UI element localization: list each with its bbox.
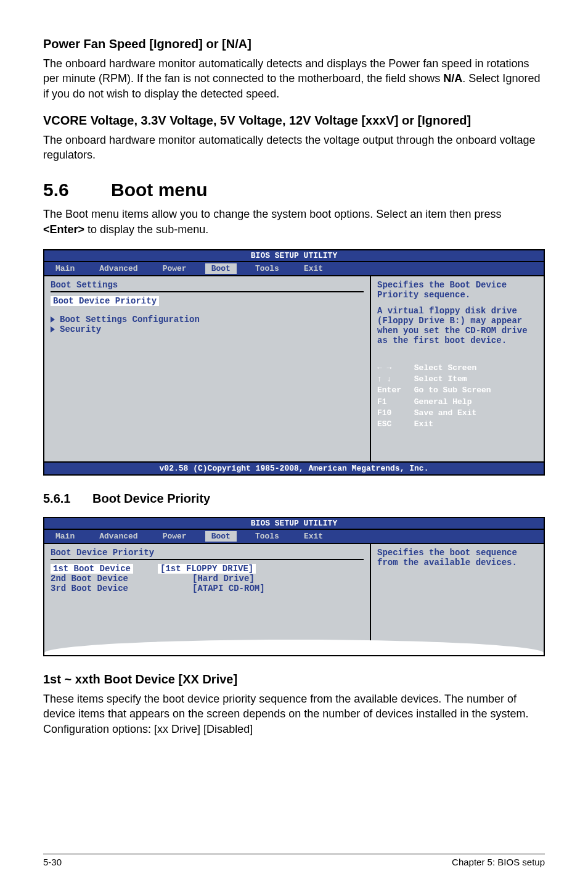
arrows-ud-icon <box>377 374 409 385</box>
menu-item-security[interactable]: Security <box>51 324 364 334</box>
row-label: 2nd Boot Device <box>51 574 168 584</box>
row-value: [ATAPI CD-ROM] <box>192 584 265 593</box>
row-label: 1st Boot Device <box>51 564 133 574</box>
bios-window-boot-settings: BIOS SETUP UTILITY Main Advanced Power B… <box>43 249 545 476</box>
key-desc: Select Screen <box>414 363 476 373</box>
bios-left-pane: Boot Device Priority 1st Boot Device [1s… <box>44 544 371 655</box>
tab-main[interactable]: Main <box>49 263 81 274</box>
subsection-title: Boot Device Priority <box>92 492 210 505</box>
tab-advanced[interactable]: Advanced <box>93 263 144 274</box>
tab-power[interactable]: Power <box>157 263 193 274</box>
heading-boot-device-order: 1st ~ xxth Boot Device [XX Drive] <box>43 672 545 687</box>
text: to display the sub-menu. <box>84 223 208 236</box>
boot-device-row-1[interactable]: 1st Boot Device [1st FLOPPY DRIVE] <box>51 564 364 574</box>
text: The Boot menu items allow you to change … <box>43 208 501 220</box>
tab-tools[interactable]: Tools <box>249 263 285 274</box>
chapter-intro: The Boot menu items allow you to change … <box>43 207 545 237</box>
chapter-heading: 5.6Boot menu <box>43 179 545 200</box>
tab-main[interactable]: Main <box>49 531 81 542</box>
tab-advanced[interactable]: Advanced <box>93 531 144 542</box>
row-label: 3rd Boot Device <box>51 584 168 593</box>
help-text: Specifies the boot sequence from the ava… <box>377 548 537 567</box>
boot-device-row-3[interactable]: 3rd Boot Device [ATAPI CD-ROM] <box>51 584 364 593</box>
bios-window-boot-device-priority: BIOS SETUP UTILITY Main Advanced Power B… <box>43 517 545 656</box>
para-power-fan: The onboard hardware monitor automatical… <box>43 56 545 101</box>
subsection-num: 5.6.1 <box>43 492 92 506</box>
key-legend: Select Screen Select Item Enter Go to Su… <box>377 363 537 430</box>
bios-title: BIOS SETUP UTILITY <box>44 518 544 530</box>
chevron-right-icon <box>51 316 55 323</box>
tab-power[interactable]: Power <box>157 531 193 542</box>
bold-enter: <Enter> <box>43 223 84 236</box>
key-label: F10 <box>377 408 409 419</box>
bios-help-pane: Specifies the Boot Device Priority seque… <box>371 276 544 461</box>
arrows-lr-icon <box>377 363 409 374</box>
menu-item-boot-settings-config[interactable]: Boot Settings Configuration <box>51 315 364 324</box>
chapter-title: Boot menu <box>111 179 208 200</box>
key-label: F1 <box>377 397 409 408</box>
chevron-right-icon <box>51 326 55 332</box>
chapter-num: 5.6 <box>43 179 111 200</box>
key-desc: Select Item <box>414 374 467 384</box>
key-desc: Go to Sub Screen <box>414 386 491 395</box>
bios-help-pane: Specifies the boot sequence from the ava… <box>371 544 544 655</box>
bios-menu-bar: Main Advanced Power Boot Tools Exit <box>44 262 544 276</box>
menu-label: Security <box>60 324 101 334</box>
para-boot-device-order: These items specify the boot device prio… <box>43 691 545 736</box>
tab-exit[interactable]: Exit <box>298 531 329 542</box>
bios-left-pane: Boot Settings Boot Device Priority Boot … <box>44 276 371 461</box>
row-value: [1st FLOPPY DRIVE] <box>158 564 256 574</box>
heading-vcore: VCORE Voltage, 3.3V Voltage, 5V Voltage,… <box>43 113 545 128</box>
divider <box>51 559 364 560</box>
key-label: ESC <box>377 419 409 430</box>
help-text-2: A virtual floppy disk drive (Floppy Driv… <box>377 306 537 345</box>
help-text-1: Specifies the Boot Device Priority seque… <box>377 280 537 300</box>
tab-tools[interactable]: Tools <box>249 531 285 542</box>
chapter-label: Chapter 5: BIOS setup <box>452 857 545 867</box>
divider <box>51 291 364 292</box>
tab-exit[interactable]: Exit <box>298 263 329 274</box>
tab-boot[interactable]: Boot <box>205 263 237 274</box>
bios-section-heading: Boot Settings <box>51 280 364 290</box>
boot-device-row-2[interactable]: 2nd Boot Device [Hard Drive] <box>51 574 364 584</box>
key-desc: General Help <box>414 397 472 406</box>
bold-na: N/A <box>443 72 462 85</box>
heading-power-fan: Power Fan Speed [Ignored] or [N/A] <box>43 37 545 51</box>
row-value: [Hard Drive] <box>192 574 255 584</box>
para-vcore: The onboard hardware monitor automatical… <box>43 133 545 163</box>
page-footer: 5-30 Chapter 5: BIOS setup <box>43 854 545 867</box>
menu-item-boot-device-priority[interactable]: Boot Device Priority <box>51 296 159 306</box>
subsection-heading: 5.6.1Boot Device Priority <box>43 492 545 506</box>
key-desc: Exit <box>414 419 433 429</box>
key-desc: Save and Exit <box>414 408 476 418</box>
bios-footer: v02.58 (C)Copyright 1985-2008, American … <box>44 461 544 474</box>
tab-boot[interactable]: Boot <box>205 531 237 542</box>
menu-label: Boot Settings Configuration <box>60 315 200 324</box>
bios-section-heading: Boot Device Priority <box>51 548 364 558</box>
page-number: 5-30 <box>43 857 62 867</box>
key-label: Enter <box>377 385 409 396</box>
bios-menu-bar: Main Advanced Power Boot Tools Exit <box>44 530 544 544</box>
bios-title: BIOS SETUP UTILITY <box>44 250 544 262</box>
